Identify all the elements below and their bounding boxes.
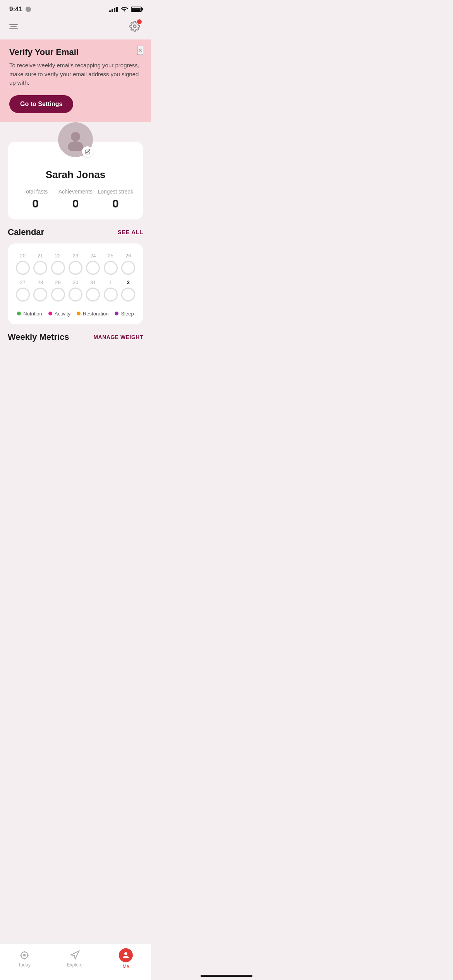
sleep-dot (115, 312, 118, 315)
activity-dot (48, 312, 52, 315)
cal-cell-23: 23 (67, 251, 84, 278)
svg-point-1 (71, 132, 80, 141)
cal-cell-21: 21 (31, 251, 49, 278)
stat-value-streak: 0 (96, 197, 136, 210)
cal-cell-20: 20 (14, 251, 31, 278)
calendar-grid: 20 21 22 23 24 25 (14, 251, 137, 305)
cal-ring-28 (33, 288, 47, 302)
settings-badge (137, 19, 142, 24)
cal-cell-24: 24 (84, 251, 102, 278)
stat-value-fasts: 0 (15, 197, 55, 210)
edit-icon (85, 149, 90, 154)
legend-nutrition: Nutrition (17, 311, 42, 317)
signal-icon (109, 7, 118, 12)
cal-ring-31 (86, 288, 100, 302)
cal-cell-1: 1 (102, 278, 119, 305)
stat-label-streak: Longest streak (96, 188, 136, 195)
cal-cell-31: 31 (84, 278, 102, 305)
cal-cell-28: 28 (31, 278, 49, 305)
svg-point-2 (68, 141, 83, 151)
nutrition-dot (17, 312, 21, 315)
legend-restoration: Restoration (77, 311, 108, 317)
legend-sleep: Sleep (115, 311, 134, 317)
banner-title: Verify Your Email (9, 47, 142, 57)
stat-value-achievements: 0 (55, 197, 95, 210)
stat-label-achievements: Achievements (55, 188, 95, 195)
legend-activity: Activity (48, 311, 70, 317)
calendar-legend: Nutrition Activity Restoration Sleep (14, 311, 137, 317)
svg-point-0 (134, 25, 136, 28)
cal-ring-22 (51, 261, 65, 275)
cal-ring-24 (86, 261, 100, 275)
status-time: 9:41 (9, 5, 31, 13)
stat-total-fasts: Total fasts 0 (15, 188, 55, 210)
weekly-metrics-section: Weekly Metrics MANAGE WEIGHT (0, 332, 151, 356)
go-to-settings-button[interactable]: Go to Settings (9, 95, 73, 113)
filter-icon[interactable] (9, 24, 18, 29)
cal-cell-30: 30 (67, 278, 84, 305)
metrics-title: Weekly Metrics (8, 332, 69, 342)
profile-name: Sarah Jonas (15, 169, 136, 181)
metrics-header: Weekly Metrics MANAGE WEIGHT (8, 332, 143, 342)
stat-label-fasts: Total fasts (15, 188, 55, 195)
cal-ring-1 (104, 288, 118, 302)
edit-avatar-button[interactable] (82, 146, 93, 157)
top-nav (0, 16, 151, 39)
profile-card: Sarah Jonas Total fasts 0 Achievements 0… (8, 142, 143, 219)
cal-cell-25: 25 (102, 251, 119, 278)
cal-ring-21 (33, 261, 47, 275)
cal-ring-25 (104, 261, 118, 275)
restoration-dot (77, 312, 81, 315)
manage-weight-button[interactable]: MANAGE WEIGHT (93, 334, 143, 340)
stat-achievements: Achievements 0 (55, 188, 95, 210)
cal-cell-26: 26 (120, 251, 137, 278)
avatar-wrapper (58, 122, 93, 157)
cal-ring-27 (16, 288, 30, 302)
status-bar: 9:41 (0, 0, 151, 16)
wifi-icon (121, 6, 128, 13)
cal-ring-26 (121, 261, 135, 275)
cal-cell-2: 2 (120, 278, 137, 305)
cal-ring-30 (69, 288, 82, 302)
profile-section: Sarah Jonas Total fasts 0 Achievements 0… (0, 142, 151, 227)
calendar-section: Calendar SEE ALL 20 21 22 23 24 (0, 227, 151, 332)
calendar-header: Calendar SEE ALL (8, 227, 143, 237)
stats-row: Total fasts 0 Achievements 0 Longest str… (15, 188, 136, 210)
battery-icon (131, 7, 142, 12)
status-dot (26, 7, 31, 12)
cal-ring-20 (16, 261, 30, 275)
status-icons (109, 6, 142, 13)
cal-cell-29: 29 (49, 278, 67, 305)
cal-cell-27: 27 (14, 278, 31, 305)
calendar-title: Calendar (8, 227, 44, 237)
settings-button[interactable] (128, 19, 142, 33)
cal-cell-22: 22 (49, 251, 67, 278)
stat-streak: Longest streak 0 (96, 188, 136, 210)
cal-ring-23 (69, 261, 82, 275)
calendar-see-all-button[interactable]: SEE ALL (118, 229, 143, 235)
cal-ring-2 (121, 288, 135, 302)
banner-subtitle: To receive weekly emails recapping your … (9, 61, 142, 87)
calendar-card: 20 21 22 23 24 25 (8, 243, 143, 324)
email-verification-banner: × Verify Your Email To receive weekly em… (0, 39, 151, 122)
cal-ring-29 (51, 288, 65, 302)
banner-close-button[interactable]: × (137, 46, 143, 55)
